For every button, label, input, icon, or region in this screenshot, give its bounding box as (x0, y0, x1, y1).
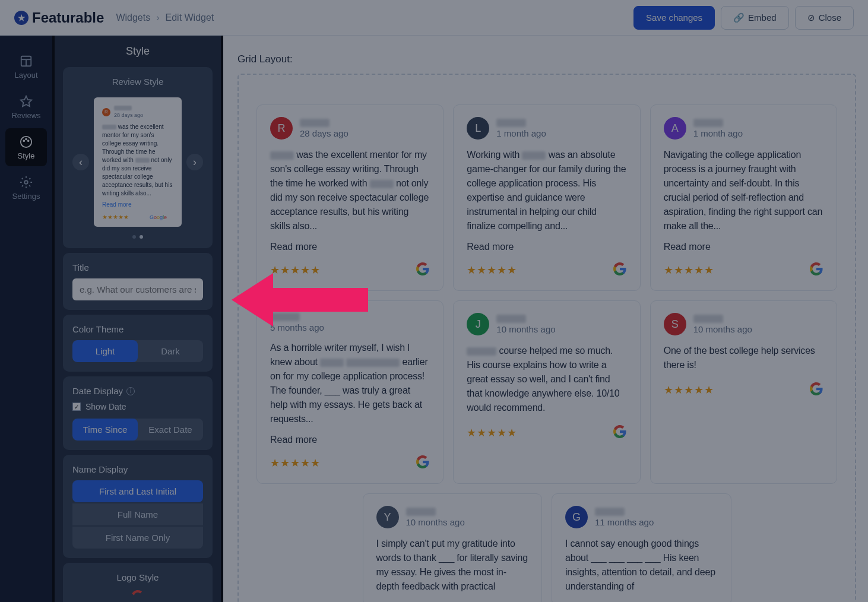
logo-text: Featurable (32, 9, 104, 26)
star-rating: ★★★★★ (664, 264, 714, 277)
time-since-toggle[interactable]: Time Since (72, 419, 138, 441)
review-avatar: G (565, 506, 588, 528)
google-icon (613, 262, 627, 278)
dot[interactable] (132, 235, 136, 239)
read-more-link[interactable]: Read more (467, 242, 626, 252)
blurred-name (595, 508, 625, 516)
prev-arrow[interactable]: ‹ (72, 154, 89, 170)
blurred-name (496, 315, 526, 323)
first-name-only-option[interactable]: First Name Only (72, 527, 203, 549)
review-text: was the excellent mentor for my son's co… (270, 148, 430, 233)
review-text: course helped me so much. His course exp… (467, 344, 626, 415)
star-rating: ★★★★★ (270, 457, 321, 470)
star-rating: ★★★★★ (664, 384, 714, 397)
google-icon (809, 262, 823, 278)
first-last-initial-option[interactable]: First and Last Initial (72, 480, 203, 502)
content-area: Grid Layout: R28 days ago was the excell… (223, 36, 868, 602)
google-icon (613, 424, 627, 441)
review-date: 5 months ago (270, 322, 324, 332)
review-card: R28 days ago was the excellent mentor fo… (256, 104, 443, 291)
review-avatar: S (664, 313, 686, 335)
review-text: I simply can't put my gratitude into wor… (376, 537, 529, 594)
date-display-section: Date Displayi ✓ Show Date Time Since Exa… (63, 376, 213, 450)
sidenav-settings[interactable]: Settings (5, 169, 47, 207)
full-name-option[interactable]: Full Name (72, 503, 203, 525)
review-grid: R28 days ago was the excellent mentor fo… (256, 104, 837, 484)
star-rating: ★★★★★ (467, 426, 517, 439)
review-card: A1 month agoNavigating the college appli… (650, 104, 837, 291)
star-rating: ★★★★★ (467, 264, 517, 277)
review-row2: Y10 months agoI simply can't put my grat… (363, 493, 731, 602)
exact-date-toggle[interactable]: Exact Date (138, 419, 203, 441)
logo-icon: ★ (14, 11, 28, 25)
review-style-preview: Review Style ‹ R 28 days ago was the exc… (63, 67, 213, 248)
blurred-name (300, 119, 330, 127)
show-date-checkbox[interactable]: ✓ (72, 403, 81, 411)
review-text: Working with was an absolute game-change… (467, 148, 626, 233)
breadcrumb-item[interactable]: Widgets (116, 12, 150, 23)
grid-container: R28 days ago was the excellent mentor fo… (237, 74, 856, 602)
next-arrow[interactable]: › (186, 154, 203, 170)
review-avatar: L (467, 117, 489, 140)
star-icon (19, 94, 33, 109)
dot[interactable] (140, 235, 143, 239)
dark-toggle[interactable]: Dark (138, 340, 203, 362)
close-button[interactable]: ⊘Close (795, 6, 854, 30)
review-text: Navigating the college application proce… (664, 148, 823, 233)
side-navigation: Layout Reviews Style Settings (0, 36, 52, 602)
google-icon (416, 455, 430, 471)
review-card: L1 month agoWorking with was an absolute… (453, 104, 640, 291)
sidenav-reviews[interactable]: Reviews (5, 88, 47, 126)
review-card: S10 months agoOne of the best college he… (650, 300, 837, 484)
chevron-right-icon: › (156, 12, 159, 23)
layout-icon (19, 54, 33, 68)
blurred-name (406, 508, 436, 516)
style-panel: Style Review Style ‹ R 28 days ago was (52, 36, 223, 602)
read-more-link[interactable]: Read more (270, 242, 430, 252)
panel-title: Style (55, 36, 221, 67)
sidenav-style[interactable]: Style (5, 128, 47, 166)
review-date: 10 months ago (693, 324, 752, 334)
info-icon[interactable]: i (126, 387, 135, 395)
review-date: 11 months ago (595, 517, 654, 527)
blurred-name (270, 313, 300, 321)
embed-button[interactable]: 🔗Embed (721, 6, 789, 30)
review-text: I cannot say enough good things about __… (565, 537, 718, 594)
review-avatar: A (664, 117, 686, 140)
preview-stars: ★★★★★ (102, 214, 129, 220)
grid-layout-label: Grid Layout: (237, 53, 856, 65)
breadcrumb-item[interactable]: Edit Widget (166, 12, 214, 23)
svg-point-4 (21, 136, 31, 147)
sidenav-layout[interactable]: Layout (5, 47, 47, 85)
star-rating: ★★★★★ (270, 264, 321, 277)
google-icon (809, 382, 823, 398)
review-card: G11 months agoI cannot say enough good t… (552, 493, 731, 602)
preview-text: was the excellent mentor for my son's co… (102, 123, 173, 198)
save-button[interactable]: Save changes (633, 6, 715, 30)
title-input[interactable] (72, 278, 203, 300)
read-more-link[interactable]: Read more (664, 242, 823, 252)
preview-dots (72, 235, 203, 239)
blurred-name (114, 106, 132, 110)
read-more-link[interactable]: Read more (270, 435, 430, 445)
review-card: J10 months ago course helped me so much.… (453, 300, 640, 484)
link-icon: 🔗 (733, 12, 745, 23)
name-display-section: Name Display First and Last Initial Full… (63, 455, 213, 558)
svg-point-5 (23, 140, 24, 141)
review-text: One of the best college help services th… (664, 344, 823, 372)
google-icon (416, 262, 430, 278)
review-date: 28 days ago (300, 128, 349, 138)
logo-style-section: Logo Style (63, 563, 213, 602)
review-card: 5 months agoAs a horrible writer myself,… (256, 300, 443, 484)
review-text: As a horrible writer myself, I wish I kn… (270, 341, 430, 426)
logo[interactable]: ★ Featurable (14, 9, 104, 26)
svg-marker-3 (21, 96, 31, 106)
light-toggle[interactable]: Light (72, 340, 138, 362)
review-date: 10 months ago (406, 517, 465, 527)
review-card: Y10 months agoI simply can't put my grat… (363, 493, 543, 602)
review-avatar: Y (376, 506, 399, 528)
gear-icon (19, 175, 33, 189)
title-section: Title (63, 253, 213, 310)
svg-point-7 (26, 138, 27, 140)
svg-text:Google: Google (150, 214, 167, 220)
